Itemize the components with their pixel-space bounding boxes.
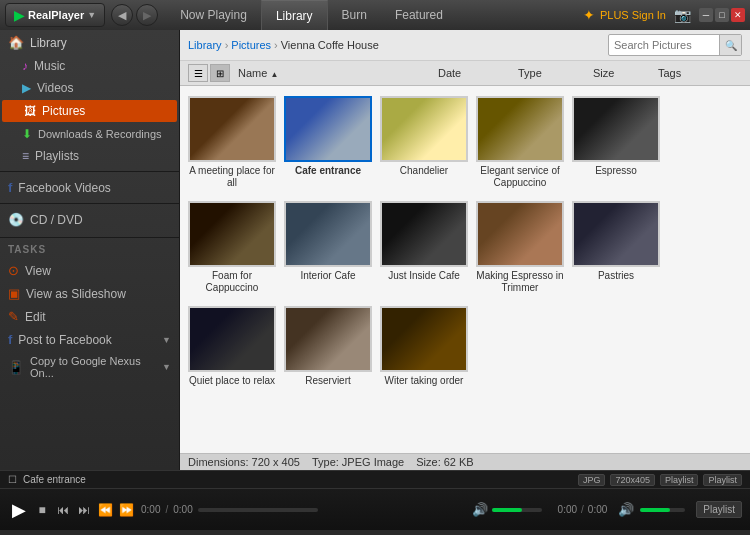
nav-forward-button[interactable]: ▶ xyxy=(136,4,158,26)
col-tags-header[interactable]: Tags xyxy=(658,67,742,79)
thumb-img-6 xyxy=(188,201,276,267)
breadcrumb-pictures[interactable]: Pictures xyxy=(231,39,271,51)
downloads-icon: ⬇ xyxy=(22,127,32,141)
checkbox-icon[interactable]: ☐ xyxy=(8,474,17,485)
format-badge: JPG xyxy=(578,474,606,486)
sidebar-item-downloads[interactable]: ⬇ Downloads & Recordings xyxy=(0,123,179,145)
time-total: 0:00 xyxy=(173,504,192,515)
camera-icon-button[interactable]: 📷 xyxy=(674,7,691,23)
thumb-img-1 xyxy=(188,96,276,162)
main-layout: 🏠 Library ♪ Music ▶ Videos 🖼 Pictures ⬇ … xyxy=(0,30,750,470)
thumb-item[interactable]: Witer taking order xyxy=(380,306,468,387)
sidebar-item-facebook[interactable]: f Facebook Videos xyxy=(0,176,179,199)
copy-dropdown-arrow[interactable]: ▼ xyxy=(162,362,171,372)
thumb-item[interactable]: Chandelier xyxy=(380,96,468,189)
playlist-badge-2[interactable]: Playlist xyxy=(703,474,742,486)
tab-featured[interactable]: Featured xyxy=(381,0,457,30)
col-date-header[interactable]: Date xyxy=(438,67,518,79)
thumb-item[interactable]: Elegant service of Cappuccino xyxy=(476,96,564,189)
music-icon: ♪ xyxy=(22,59,28,73)
column-headers: ☰ ⊞ Name ▲ Date Type Size Tags xyxy=(180,61,750,86)
thumb-item[interactable]: Interior Cafe xyxy=(284,201,372,294)
thumb-label-12: Reserviert xyxy=(305,375,351,386)
grid-row-1: A meeting place for all Cafe entrance Ch… xyxy=(188,96,742,189)
sidebar-item-view[interactable]: ⊙ View xyxy=(0,259,179,282)
breadcrumb-library[interactable]: Library xyxy=(188,39,222,51)
play-button[interactable]: ▶ xyxy=(8,499,30,521)
tab-now-playing[interactable]: Now Playing xyxy=(166,0,261,30)
thumb-item-selected[interactable]: Cafe entrance xyxy=(284,96,372,189)
sidebar-item-music[interactable]: ♪ Music xyxy=(0,55,179,77)
search-box: 🔍 xyxy=(608,34,742,56)
progress-bar[interactable] xyxy=(198,508,318,512)
maximize-button[interactable]: □ xyxy=(715,8,729,22)
tab-burn[interactable]: Burn xyxy=(328,0,381,30)
grid-row-3: Quiet place to relax Reserviert Witer ta… xyxy=(188,306,742,387)
nav-back-button[interactable]: ◀ xyxy=(111,4,133,26)
thumb-img-8 xyxy=(380,201,468,267)
minimize-button[interactable]: ─ xyxy=(699,8,713,22)
playlist-badge-1[interactable]: Playlist xyxy=(660,474,699,486)
grid-view-button[interactable]: ⊞ xyxy=(210,64,230,82)
next-button[interactable]: ⏭ xyxy=(75,501,93,519)
thumb-img-9 xyxy=(476,201,564,267)
col-name-header[interactable]: Name ▲ xyxy=(238,67,438,79)
sidebar-item-pictures[interactable]: 🖼 Pictures xyxy=(2,100,177,122)
thumb-item[interactable]: Foam for Cappuccino xyxy=(188,201,276,294)
sidebar-item-videos[interactable]: ▶ Videos xyxy=(0,77,179,99)
sidebar-item-edit[interactable]: ✎ Edit xyxy=(0,305,179,328)
breadcrumb-sep-2: › xyxy=(274,39,278,51)
playlist-button[interactable]: Playlist xyxy=(696,501,742,518)
search-input[interactable] xyxy=(609,37,719,53)
mute-button[interactable]: 🔊 xyxy=(472,502,488,517)
logo-button[interactable]: ▶ RealPlayer ▼ xyxy=(5,3,105,27)
volume-bar-2[interactable] xyxy=(640,508,685,512)
thumb-item[interactable]: Quiet place to relax xyxy=(188,306,276,387)
list-view-button[interactable]: ☰ xyxy=(188,64,208,82)
thumb-img-13 xyxy=(380,306,468,372)
thumb-label-6: Foam for Cappuccino xyxy=(188,270,276,294)
close-button[interactable]: ✕ xyxy=(731,8,745,22)
sidebar-sep-3 xyxy=(0,237,179,238)
volume-bar[interactable] xyxy=(492,508,542,512)
thumb-img-5 xyxy=(572,96,660,162)
player-controls: ▶ ■ ⏮ ⏭ ⏪ ⏩ xyxy=(8,499,135,521)
prev-button[interactable]: ⏮ xyxy=(54,501,72,519)
sidebar-item-playlists[interactable]: ≡ Playlists xyxy=(0,145,179,167)
breadcrumb-bar: Library › Pictures › Vienna Coffe House … xyxy=(180,30,750,61)
sidebar-item-dvd[interactable]: 💿 CD / DVD xyxy=(0,208,179,231)
rewind-button[interactable]: ⏪ xyxy=(96,501,114,519)
thumbnail-grid: A meeting place for all Cafe entrance Ch… xyxy=(180,86,750,453)
sidebar-item-slideshow[interactable]: ▣ View as Slideshow xyxy=(0,282,179,305)
thumb-item[interactable]: Just Inside Cafe xyxy=(380,201,468,294)
thumb-item[interactable]: Making Espresso in Trimmer xyxy=(476,201,564,294)
sidebar-sep-1 xyxy=(0,171,179,172)
thumb-label-9: Making Espresso in Trimmer xyxy=(476,270,564,294)
thumb-img-2 xyxy=(284,96,372,162)
post-dropdown-arrow[interactable]: ▼ xyxy=(162,335,171,345)
status-dimensions: Dimensions: 720 x 405 xyxy=(188,456,300,468)
thumb-item[interactable]: Reserviert xyxy=(284,306,372,387)
thumb-item[interactable]: Pastries xyxy=(572,201,660,294)
sidebar-item-post[interactable]: f Post to Facebook ▼ xyxy=(0,328,179,351)
col-type-header[interactable]: Type xyxy=(518,67,593,79)
library-icon: 🏠 xyxy=(8,35,24,50)
sidebar: 🏠 Library ♪ Music ▶ Videos 🖼 Pictures ⬇ … xyxy=(0,30,180,470)
plus-signin-button[interactable]: ✦ PLUS Sign In xyxy=(583,7,666,23)
sidebar-item-copy[interactable]: 📱 Copy to Google Nexus On... ▼ xyxy=(0,351,179,383)
search-button[interactable]: 🔍 xyxy=(719,35,741,55)
volume-icon-2[interactable]: 🔊 xyxy=(618,502,634,517)
thumb-label-11: Quiet place to relax xyxy=(189,375,275,387)
forward-button[interactable]: ⏩ xyxy=(117,501,135,519)
thumb-item[interactable]: A meeting place for all xyxy=(188,96,276,189)
col-size-header[interactable]: Size xyxy=(593,67,658,79)
sidebar-item-library[interactable]: 🏠 Library xyxy=(0,30,179,55)
logo-text: RealPlayer xyxy=(28,9,84,21)
bottom-track-name: Cafe entrance xyxy=(23,474,86,485)
thumb-label-1: A meeting place for all xyxy=(188,165,276,189)
tab-library[interactable]: Library xyxy=(261,0,328,30)
dvd-icon: 💿 xyxy=(8,212,24,227)
thumb-item[interactable]: Espresso xyxy=(572,96,660,189)
logo-dropdown-arrow: ▼ xyxy=(87,10,96,20)
stop-button[interactable]: ■ xyxy=(33,501,51,519)
